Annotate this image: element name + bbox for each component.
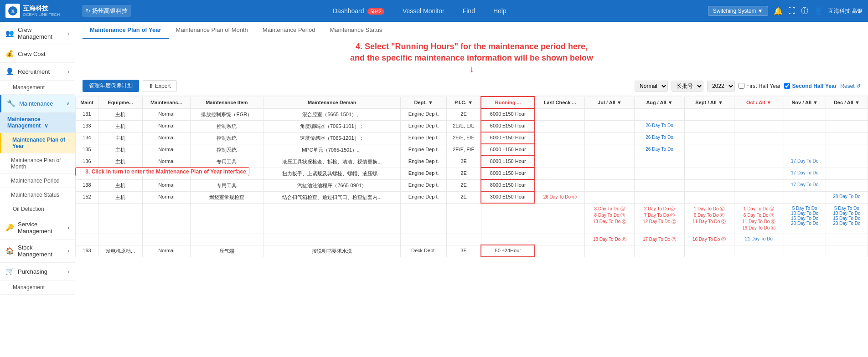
th-running[interactable]: Running ... xyxy=(481,97,535,108)
cell-nov xyxy=(784,144,826,156)
filter-batch-select[interactable]: 长批号 xyxy=(672,81,703,92)
avatar[interactable]: 👤 xyxy=(814,7,823,15)
th-aug[interactable]: Aug / All ▼ xyxy=(635,97,684,108)
help-circle-icon[interactable]: ⓘ xyxy=(801,6,808,16)
sidebar-item-period[interactable]: Maintenance Period xyxy=(0,174,75,188)
nav-find[interactable]: Find xyxy=(459,5,479,16)
cell-lastCheck xyxy=(535,108,585,120)
sidebar-item-plan-year[interactable]: Maintenance Plan of Year xyxy=(0,133,75,153)
sidebar-label-management2: Management xyxy=(13,284,45,291)
logo-main: 互海科技 xyxy=(23,5,60,12)
th-maintype[interactable]: Maintenanc... xyxy=(143,97,190,108)
nav-dashboard[interactable]: Dashboard 5842 xyxy=(329,5,388,16)
cell-aug xyxy=(635,179,684,191)
table-row: 138主机Normal专用工具汽缸油注油程序（7665-0901）Engine … xyxy=(76,179,868,191)
recruitment-icon: 👤 xyxy=(5,67,14,76)
bell-icon[interactable]: 🔔 xyxy=(774,7,783,15)
svg-text:互: 互 xyxy=(11,10,15,14)
filter-normal-select[interactable]: Normal xyxy=(635,81,668,92)
th-equip[interactable]: Equipme... xyxy=(98,97,143,108)
th-dec[interactable]: Dec / All ▼ xyxy=(826,97,868,108)
export-icon: ⬆ xyxy=(149,83,153,89)
th-maint[interactable]: Maint xyxy=(76,97,98,108)
cell-jul xyxy=(585,156,635,168)
company-selector[interactable]: ↻ 扬州高银科技 xyxy=(82,5,131,17)
second-half-checkbox[interactable] xyxy=(784,83,790,89)
sidebar-label-management: Management xyxy=(13,84,45,91)
purchasing-icon: 🛒 xyxy=(5,267,14,275)
nav-vessel-monitor[interactable]: Vessel Monitor xyxy=(399,5,448,16)
cell-equip: 主机 xyxy=(98,120,143,132)
th-pic[interactable]: P.I.C. ▼ xyxy=(446,97,481,108)
th-maintdemand[interactable]: Maintenance Deman xyxy=(263,97,400,108)
cell-running: 6000 ±150 Hour xyxy=(481,132,535,144)
cell-mainType: Normal xyxy=(143,179,190,191)
tab-plan-month[interactable]: Maintenance Plan of Month xyxy=(169,22,255,39)
table-row: 131主机Normal排放控制系统（EGR）混合腔室（5665-1501）。En… xyxy=(76,108,868,120)
cell-nov xyxy=(784,108,826,120)
reset-button[interactable]: Reset ↺ xyxy=(840,83,861,89)
sidebar-item-management[interactable]: Management xyxy=(0,81,75,95)
th-maintitem[interactable]: Maintenance Item xyxy=(190,97,263,108)
tab-plan-year[interactable]: Maintenance Plan of Year xyxy=(83,22,169,39)
cell-sept xyxy=(684,245,734,257)
sidebar-item-status[interactable]: Maintenance Status xyxy=(0,188,75,202)
cell-running: 50 ±24Hour xyxy=(481,245,535,257)
tab-bar: Maintenance Plan of Year Maintenance Pla… xyxy=(75,22,868,39)
sidebar-item-oil[interactable]: Oil Detection xyxy=(0,202,75,216)
cell-maintItem: 专用工具 xyxy=(190,168,263,179)
manage-year-plan-button[interactable]: 管理年度保养计划 xyxy=(83,80,139,92)
sidebar-item-purchasing[interactable]: 🛒 Purchasing › xyxy=(0,263,75,280)
sidebar-label-period: Maintenance Period xyxy=(11,178,60,184)
cell-running: 3000 ±150 Hour xyxy=(481,191,535,203)
export-button[interactable]: ⬆ Export xyxy=(143,80,177,92)
logo-icon: 互 xyxy=(5,4,20,18)
table-wrapper[interactable]: Maint Equipme... Maintenanc... Maintenan… xyxy=(75,96,868,357)
cell-maintItem: 燃烧室常规检查 xyxy=(190,191,263,203)
first-half-checkbox-label[interactable]: First Half Year xyxy=(739,83,780,89)
sidebar-item-plan-month[interactable]: Maintenance Plan of Month xyxy=(0,153,75,174)
sidebar-item-service-mgmt[interactable]: 🔑 Service Management › xyxy=(0,216,75,240)
cell-dept: Engine Dep t. xyxy=(401,120,446,132)
cell-sept xyxy=(684,191,734,203)
table-row: 135主机Normal控制系统MPC单元（7065-1501）。Engine D… xyxy=(76,144,868,156)
sidebar: 👥 Crew Management › 💰 Crew Cost 👤 Recrui… xyxy=(0,22,75,357)
tab-period[interactable]: Maintenance Period xyxy=(255,22,323,39)
logo-area: 互 互海科技 OCEAN LINK TECH xyxy=(5,4,78,18)
table-row: 134主机Normal控制系统速度传感器（7065-1201）；Engine D… xyxy=(76,132,868,144)
sidebar-label-crew-cost: Crew Cost xyxy=(18,51,46,57)
cell-dept: Engine Dep t. xyxy=(401,179,446,191)
sidebar-item-recruitment[interactable]: 👤 Recruitment › xyxy=(0,63,75,81)
cell-lastCheck xyxy=(535,156,585,168)
cell-mainType xyxy=(143,234,190,245)
sidebar-item-stock[interactable]: 🏠 Stock Management › xyxy=(0,240,75,263)
chevron-right-icon-2: › xyxy=(68,69,69,74)
tab-status[interactable]: Maintenance Status xyxy=(322,22,389,39)
first-half-checkbox[interactable] xyxy=(739,83,744,89)
th-sept[interactable]: Sept / All ▼ xyxy=(684,97,734,108)
cell-equip: 主机 xyxy=(98,191,143,203)
main-layout: 👥 Crew Management › 💰 Crew Cost 👤 Recrui… xyxy=(0,22,868,357)
sidebar-item-maintenance[interactable]: 🔧 Maintenance ∨ xyxy=(0,95,75,112)
sidebar-item-management2[interactable]: Management xyxy=(0,280,75,295)
th-dept[interactable]: Dept. ▼ xyxy=(401,97,446,108)
th-nov[interactable]: Nov / All ▼ xyxy=(784,97,826,108)
switch-system-button[interactable]: Switching System ▼ xyxy=(708,6,768,16)
cell-running: 8000 ±150 Hour xyxy=(481,156,535,168)
year-select[interactable]: 2022 2023 xyxy=(707,81,735,92)
sidebar-item-crew-mgmt[interactable]: 👥 Crew Management › xyxy=(0,22,75,45)
th-oct[interactable]: Oct / All ▼ xyxy=(734,97,784,108)
second-half-checkbox-label[interactable]: Second Half Year xyxy=(784,83,837,89)
toolbar: 管理年度保养计划 ⬆ Export Normal 长批号 2022 2023 xyxy=(75,76,868,96)
nav-help[interactable]: Help xyxy=(490,5,510,16)
sidebar-label-plan-year: Maintenance Plan of Year xyxy=(12,137,65,149)
table-row: 133主机Normal控制系统角度编码器（7065-1101）；Engine D… xyxy=(76,120,868,132)
th-lastcheck[interactable]: Last Check ... xyxy=(535,97,585,108)
th-jul[interactable]: Jul / All ▼ xyxy=(585,97,635,108)
expand-icon[interactable]: ⛶ xyxy=(788,7,796,15)
cell-maintItem: 排放控制系统（EGR） xyxy=(190,108,263,120)
user-label: 互海科技·高银 xyxy=(828,7,863,15)
sidebar-item-crew-cost[interactable]: 💰 Crew Cost xyxy=(0,45,75,63)
cell-oct xyxy=(734,108,784,120)
sidebar-item-maintenance-mgmt[interactable]: Maintenance Management ∨ xyxy=(0,112,75,133)
